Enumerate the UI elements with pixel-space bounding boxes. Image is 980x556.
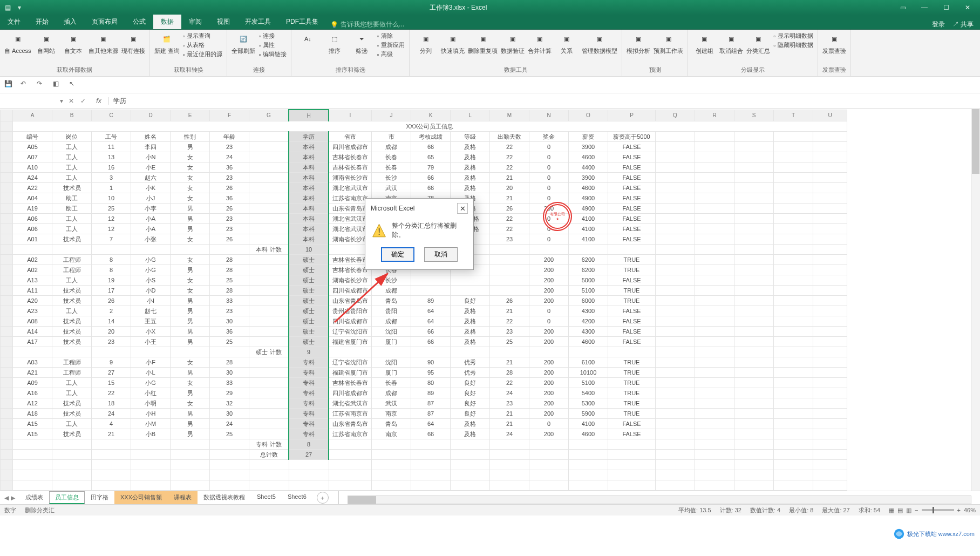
data-cell[interactable]: A06 <box>13 214 52 224</box>
data-cell[interactable]: A05 <box>13 142 52 152</box>
data-cell[interactable]: 19 <box>92 275 131 286</box>
data-cell[interactable]: 专科 <box>289 429 329 439</box>
data-cell[interactable]: A01 <box>13 234 52 245</box>
data-cell[interactable] <box>249 214 289 224</box>
data-cell[interactable]: 23 <box>210 214 249 224</box>
data-cell[interactable]: 小I <box>131 296 171 306</box>
column-header[interactable]: G <box>249 110 289 121</box>
data-cell[interactable]: FALSE <box>608 152 656 162</box>
view-normal-icon[interactable]: ▦ <box>889 507 894 514</box>
cancel-formula-icon[interactable]: ✕ <box>65 97 77 105</box>
header-cell[interactable]: 出勤天数 <box>490 132 529 142</box>
data-cell[interactable]: 硕士 <box>289 337 329 347</box>
data-cell[interactable]: 及格 <box>451 316 490 327</box>
data-cell[interactable]: 男 <box>171 327 210 337</box>
maximize-button[interactable]: ☐ <box>936 0 956 15</box>
data-cell[interactable] <box>490 347 529 357</box>
row-header[interactable] <box>1 286 13 296</box>
data-cell[interactable]: 技术员 <box>52 327 92 337</box>
data-cell[interactable]: 0 <box>529 316 569 327</box>
data-cell[interactable]: 硕士 <box>289 327 329 337</box>
column-header[interactable]: K <box>411 110 451 121</box>
data-cell[interactable] <box>490 255 529 265</box>
data-cell[interactable]: 27 <box>92 368 131 378</box>
data-cell[interactable]: 24 <box>490 388 529 398</box>
data-cell[interactable] <box>249 173 289 183</box>
data-cell[interactable]: A10 <box>13 162 52 173</box>
data-cell[interactable]: 成都 <box>372 286 411 296</box>
data-cell[interactable]: 14 <box>92 316 131 327</box>
sheet-nav-next[interactable]: ▶ <box>11 494 15 501</box>
data-cell[interactable]: 36 <box>210 162 249 173</box>
data-tool-button[interactable]: ▣分列 <box>414 32 438 55</box>
column-header[interactable]: D <box>131 110 171 121</box>
data-cell[interactable]: 专科 <box>289 368 329 378</box>
data-cell[interactable] <box>210 347 249 357</box>
query-option[interactable]: ▫显示查询 <box>183 32 223 40</box>
data-cell[interactable]: 男 <box>171 388 210 398</box>
data-cell[interactable] <box>411 275 451 286</box>
data-cell[interactable]: 200 <box>529 368 569 378</box>
row-header[interactable] <box>1 316 13 327</box>
data-cell[interactable] <box>210 439 249 450</box>
data-cell[interactable] <box>13 245 52 255</box>
data-cell[interactable]: 26 <box>210 204 249 214</box>
data-cell[interactable]: 33 <box>210 296 249 306</box>
data-cell[interactable] <box>52 347 92 357</box>
data-cell[interactable]: 江苏省南京市 <box>329 429 372 439</box>
ribbon-tab[interactable]: PDF工具集 <box>278 15 326 29</box>
data-cell[interactable]: 200 <box>529 398 569 409</box>
data-cell[interactable] <box>249 316 289 327</box>
data-cell[interactable]: 山东省青岛市 <box>329 296 372 306</box>
data-cell[interactable]: 9 <box>92 357 131 368</box>
data-cell[interactable]: 79 <box>411 162 451 173</box>
data-cell[interactable] <box>13 439 52 450</box>
data-cell[interactable] <box>249 337 289 347</box>
data-cell[interactable]: 0 <box>529 152 569 162</box>
data-cell[interactable]: 男 <box>171 265 210 275</box>
sheet-tab[interactable]: Sheet5 <box>251 491 282 504</box>
column-header[interactable]: J <box>372 110 411 121</box>
data-cell[interactable]: 沈阳 <box>372 357 411 368</box>
row-header[interactable] <box>1 255 13 265</box>
data-cell[interactable]: 3900 <box>569 142 608 152</box>
invoice-button[interactable]: ▣发票查验 <box>822 32 846 55</box>
data-cell[interactable]: FALSE <box>608 214 656 224</box>
data-cell[interactable]: 技术员 <box>52 316 92 327</box>
connection-option[interactable]: ▫属性 <box>258 41 287 49</box>
data-cell[interactable]: 江苏省南京市 <box>329 409 372 419</box>
data-cell[interactable] <box>529 439 569 450</box>
data-cell[interactable]: 4100 <box>569 214 608 224</box>
dialog-cancel-button[interactable]: 取消 <box>424 247 458 262</box>
data-cell[interactable]: 硕士 <box>289 286 329 296</box>
data-cell[interactable]: 技术员 <box>52 296 92 306</box>
data-cell[interactable] <box>569 439 608 450</box>
data-cell[interactable] <box>608 439 656 450</box>
data-cell[interactable]: 28 <box>210 255 249 265</box>
row-header[interactable] <box>1 214 13 224</box>
ribbon-tab[interactable]: 数据 <box>153 15 181 29</box>
data-cell[interactable]: 4900 <box>569 204 608 214</box>
column-header[interactable]: Q <box>656 110 695 121</box>
data-cell[interactable]: 4100 <box>569 234 608 245</box>
data-tool-button[interactable]: ▣合并计算 <box>528 32 552 55</box>
data-cell[interactable]: 良好 <box>451 388 490 398</box>
data-cell[interactable]: 工程师 <box>52 255 92 265</box>
data-cell[interactable]: 赵六 <box>131 173 171 183</box>
data-cell[interactable]: 良好 <box>451 296 490 306</box>
data-cell[interactable]: 工人 <box>52 142 92 152</box>
data-cell[interactable]: 36 <box>210 327 249 337</box>
data-cell[interactable]: 24 <box>92 409 131 419</box>
data-cell[interactable]: 0 <box>529 162 569 173</box>
column-header[interactable]: F <box>210 110 249 121</box>
data-cell[interactable]: 小K <box>131 183 171 193</box>
data-cell[interactable]: 20 <box>92 327 131 337</box>
data-cell[interactable] <box>411 347 451 357</box>
header-cell[interactable]: 岗位 <box>52 132 92 142</box>
data-cell[interactable] <box>92 245 131 255</box>
qa-dropdown-icon[interactable]: ▾ <box>15 3 24 12</box>
outline-option[interactable]: ▫隐藏明细数据 <box>773 41 813 49</box>
ext-data-button[interactable]: ▣自网站 <box>35 32 58 55</box>
data-cell[interactable]: 小红 <box>131 388 171 398</box>
data-cell[interactable]: 4 <box>92 419 131 429</box>
